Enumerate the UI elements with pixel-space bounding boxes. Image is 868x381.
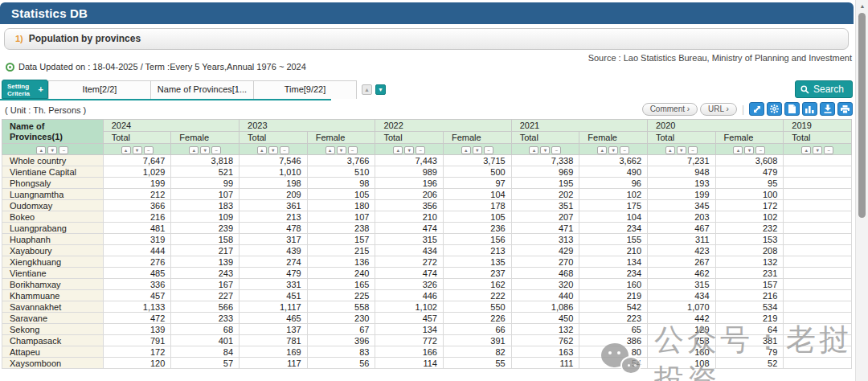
sort-desc-button[interactable]: ▾ bbox=[608, 146, 618, 154]
table-head: Name ofProvinces(1)202420232022202120202… bbox=[2, 120, 852, 155]
page-scrollbar[interactable]: ▲ bbox=[855, 0, 868, 381]
setting-criteria-button[interactable]: Setting Criteria + bbox=[2, 80, 48, 99]
value-cell: 457 bbox=[375, 313, 444, 324]
sort-clear-button[interactable]: – bbox=[211, 146, 221, 154]
value-cell: 137 bbox=[240, 324, 308, 335]
sort-clear-button[interactable]: – bbox=[59, 146, 68, 154]
tab-item[interactable]: Item[2/2] bbox=[48, 80, 151, 99]
sort-clear-button[interactable]: – bbox=[416, 146, 425, 154]
value-cell: 139 bbox=[171, 256, 240, 268]
value-cell: 104 bbox=[443, 189, 511, 200]
value-cell: 442 bbox=[648, 313, 716, 324]
value-cell: 135 bbox=[443, 256, 511, 268]
collapse-down-button[interactable]: ▼ bbox=[375, 84, 386, 95]
search-button[interactable]: Search bbox=[795, 80, 853, 98]
url-button[interactable]: URL › bbox=[700, 103, 737, 116]
sort-asc-button[interactable]: ▴ bbox=[326, 146, 335, 154]
value-cell: 238 bbox=[307, 223, 375, 234]
value-cell: 791 bbox=[103, 335, 171, 346]
scrollbar-thumb[interactable] bbox=[858, 13, 866, 218]
sort-desc-button[interactable]: ▾ bbox=[47, 146, 57, 154]
sort-clear-button[interactable]: – bbox=[348, 146, 358, 154]
row-header: Name ofProvinces(1) bbox=[2, 120, 104, 144]
sort-asc-button[interactable]: ▴ bbox=[189, 146, 199, 154]
province-name: Vientiane bbox=[2, 268, 104, 279]
sort-desc-button[interactable]: ▾ bbox=[268, 146, 278, 154]
table-row: Whole country7,6473,8187,5463,7667,4433,… bbox=[2, 155, 852, 166]
scrollbar-up-arrow[interactable]: ▲ bbox=[856, 2, 868, 11]
sort-asc-button[interactable]: ▴ bbox=[36, 146, 46, 154]
value-cell bbox=[784, 335, 852, 346]
sort-clear-button[interactable]: – bbox=[484, 146, 493, 154]
sort-desc-button[interactable]: ▾ bbox=[540, 146, 550, 154]
value-cell: 969 bbox=[511, 166, 579, 178]
subheader-2023-total: Total bbox=[240, 132, 308, 144]
download-button[interactable] bbox=[820, 102, 835, 116]
sort-desc-button[interactable]: ▾ bbox=[677, 146, 686, 154]
value-cell bbox=[784, 313, 852, 324]
export-file-button[interactable] bbox=[784, 102, 800, 116]
value-cell: 270 bbox=[511, 256, 579, 268]
search-label: Search bbox=[813, 81, 844, 97]
sort-asc-button[interactable]: ▴ bbox=[393, 146, 403, 154]
value-cell bbox=[784, 211, 852, 223]
value-cell: 386 bbox=[579, 335, 648, 346]
year-header-2023: 2023 bbox=[240, 120, 375, 132]
subheader-2021-total: Total bbox=[511, 132, 579, 144]
print-button[interactable] bbox=[837, 102, 853, 116]
sort-desc-button[interactable]: ▾ bbox=[473, 146, 482, 154]
value-cell: 102 bbox=[579, 189, 648, 200]
chart-button[interactable] bbox=[802, 102, 817, 116]
update-line: Data Updated on : 18-04-2025 / Term :Eve… bbox=[6, 62, 306, 72]
value-cell: 102 bbox=[715, 211, 784, 223]
sort-asc-button[interactable]: ▴ bbox=[121, 146, 131, 154]
value-cell: 107 bbox=[171, 189, 240, 200]
province-name: Champasack bbox=[2, 335, 104, 346]
row-header-line1: Name of bbox=[10, 121, 98, 132]
criteria-tab-strip: Item[2/2] Name of Provinces[1... Time[9/… bbox=[48, 80, 357, 99]
value-cell: 276 bbox=[103, 256, 171, 268]
value-cell: 129 bbox=[648, 324, 716, 335]
comment-button[interactable]: Comment › bbox=[642, 103, 698, 116]
sort-asc-button[interactable]: ▴ bbox=[597, 146, 607, 154]
table-row: Huaphanh319158317157315156313155311153 bbox=[2, 234, 852, 245]
sort-asc-button[interactable]: ▴ bbox=[461, 146, 471, 154]
chevron-up-icon: ▲ bbox=[364, 87, 370, 92]
value-cell: 1,029 bbox=[103, 166, 171, 178]
sort-desc-button[interactable]: ▾ bbox=[337, 146, 346, 154]
sort-clear-button[interactable]: – bbox=[551, 146, 561, 154]
sort-asc-button[interactable]: ▴ bbox=[801, 146, 811, 154]
sort-desc-button[interactable]: ▾ bbox=[200, 146, 210, 154]
chevron-down-icon: ▼ bbox=[378, 87, 383, 92]
sort-clear-button[interactable]: – bbox=[688, 146, 698, 154]
value-cell: 167 bbox=[171, 279, 240, 290]
collapse-up-button[interactable]: ▲ bbox=[362, 84, 372, 95]
sort-asc-button[interactable]: ▴ bbox=[665, 146, 675, 154]
tab-provinces[interactable]: Name of Provinces[1... bbox=[151, 80, 254, 99]
value-cell: 434 bbox=[648, 290, 716, 301]
sort-asc-button[interactable]: ▴ bbox=[529, 146, 538, 154]
sort-desc-button[interactable]: ▾ bbox=[744, 146, 754, 154]
resize-button[interactable] bbox=[749, 102, 764, 116]
sort-desc-button[interactable]: ▾ bbox=[813, 146, 822, 154]
subheader-2022-female: Female bbox=[443, 132, 511, 144]
sort-clear-button[interactable]: – bbox=[755, 146, 765, 154]
sort-asc-button[interactable]: ▴ bbox=[257, 146, 267, 154]
sort-clear-button[interactable]: – bbox=[280, 146, 289, 154]
value-cell: 132 bbox=[511, 324, 579, 335]
value-cell: 1,086 bbox=[511, 301, 579, 313]
sort-asc-button[interactable]: ▴ bbox=[733, 146, 743, 154]
value-cell: 762 bbox=[511, 335, 579, 346]
table-body: Whole country7,6473,8187,5463,7667,4433,… bbox=[2, 155, 852, 369]
value-cell: 7,231 bbox=[648, 155, 716, 166]
resize-icon bbox=[753, 105, 761, 113]
sort-desc-button[interactable]: ▾ bbox=[133, 146, 142, 154]
table-row: Vientiane Capital1,0295211,0105109895009… bbox=[2, 166, 852, 178]
settings-button[interactable] bbox=[767, 102, 782, 116]
sort-clear-button[interactable]: – bbox=[824, 146, 833, 154]
sort-clear-button[interactable]: – bbox=[620, 146, 629, 154]
sort-desc-button[interactable]: ▾ bbox=[404, 146, 414, 154]
sort-clear-button[interactable]: – bbox=[144, 146, 154, 154]
year-header-2024: 2024 bbox=[103, 120, 239, 132]
tab-time[interactable]: Time[9/22] bbox=[254, 80, 357, 99]
